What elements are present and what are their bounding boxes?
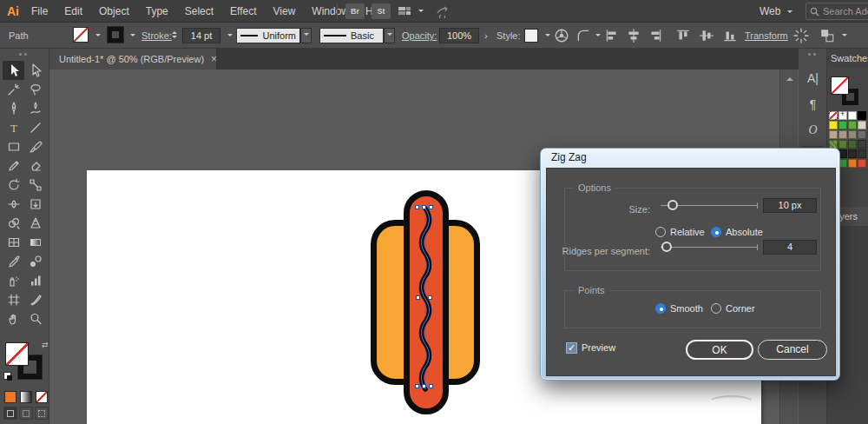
anchor-point[interactable] (429, 205, 433, 209)
swatch[interactable] (848, 149, 857, 158)
swatch[interactable] (838, 140, 847, 149)
ridges-slider[interactable] (661, 242, 758, 253)
chevron-down-icon[interactable] (787, 10, 792, 16)
fill-color-swatch[interactable] (73, 27, 89, 43)
rectangle-tool[interactable] (3, 137, 24, 156)
opacity-panel-link[interactable]: Opacity: (402, 30, 437, 41)
pen-tool[interactable] (3, 99, 24, 118)
line-segment-tool[interactable] (24, 118, 46, 137)
size-slider[interactable] (661, 200, 758, 211)
width-tool[interactable] (3, 195, 24, 214)
swatch-none[interactable] (829, 111, 838, 120)
swatch[interactable] (829, 121, 838, 129)
anchor-point[interactable] (428, 295, 432, 300)
anchor-point[interactable] (429, 384, 433, 388)
absolute-radio[interactable] (711, 227, 721, 237)
stroke-weight-field[interactable]: 14 pt (182, 28, 220, 43)
draw-normal-mode[interactable] (3, 407, 17, 420)
align-right-icon[interactable] (648, 28, 663, 43)
smooth-radio[interactable] (655, 303, 666, 314)
chevron-down-icon[interactable] (418, 10, 424, 15)
width-profile-dropdown[interactable]: Uniform (236, 28, 300, 43)
search-input[interactable]: Search Adob (806, 3, 868, 20)
swatch[interactable] (838, 130, 847, 139)
transform-panel-link[interactable]: Transform (745, 30, 788, 41)
color-button[interactable] (4, 391, 16, 403)
ok-button[interactable]: OK (686, 340, 753, 360)
perspective-grid-tool[interactable] (24, 214, 46, 233)
ridges-slider-thumb[interactable] (661, 242, 672, 252)
anchor-point[interactable] (422, 384, 426, 388)
selection-tool[interactable] (3, 61, 24, 80)
gradient-button[interactable] (20, 391, 32, 403)
ridges-value-field[interactable]: 4 (763, 240, 817, 255)
default-fill-stroke-icon[interactable] (3, 372, 11, 380)
corner-radio-label[interactable]: Corner (726, 303, 755, 314)
opacity-field[interactable]: 100% (439, 28, 479, 43)
zigzag-path[interactable] (398, 200, 453, 398)
brush-definition-dropdown[interactable]: Basic (319, 28, 384, 43)
swatch[interactable] (858, 130, 866, 139)
anchor-point[interactable] (416, 295, 420, 300)
menu-effect[interactable]: Effect (230, 5, 256, 17)
size-value-field[interactable]: 10 px (763, 198, 817, 213)
swatch[interactable] (858, 140, 866, 149)
anchor-point[interactable] (415, 205, 419, 209)
gradient-tool[interactable] (24, 233, 46, 252)
corner-radio[interactable] (711, 303, 721, 314)
swatch[interactable] (858, 159, 866, 168)
stroke-color-swatch[interactable] (108, 27, 123, 43)
menu-object[interactable]: Object (99, 5, 129, 17)
chevron-down-icon[interactable] (842, 34, 847, 39)
zoom-tool[interactable] (24, 309, 46, 328)
menu-view[interactable]: View (273, 5, 296, 17)
close-tab-icon[interactable]: × (211, 53, 217, 65)
anchor-point[interactable] (415, 384, 419, 388)
size-slider-thumb[interactable] (667, 200, 678, 210)
align-center-horizontal-icon[interactable] (626, 28, 641, 43)
slice-tool[interactable] (24, 290, 46, 309)
chevron-down-icon[interactable] (95, 34, 101, 39)
paintbrush-tool[interactable] (24, 137, 46, 156)
absolute-radio-label[interactable]: Absolute (726, 227, 763, 237)
brush-definition-chevron[interactable] (384, 28, 395, 43)
preview-checkbox[interactable] (566, 342, 577, 354)
share-icon[interactable] (436, 4, 450, 22)
direct-selection-tool[interactable] (24, 61, 46, 80)
panel-grip[interactable] (808, 53, 811, 56)
opentype-panel-icon[interactable]: O (799, 123, 827, 137)
bridge-button[interactable]: Br (345, 3, 365, 19)
align-left-icon[interactable] (604, 28, 620, 43)
stroke-weight-stepper[interactable] (172, 29, 177, 41)
swatch[interactable] (848, 159, 857, 168)
swatch[interactable] (848, 121, 857, 129)
rotate-tool[interactable] (3, 176, 24, 195)
swatch[interactable] (848, 130, 857, 139)
menu-type[interactable]: Type (146, 5, 168, 17)
menu-window[interactable]: Window (312, 5, 349, 17)
shaper-tool[interactable] (3, 156, 24, 176)
swatch[interactable] (858, 121, 866, 129)
align-top-icon[interactable] (675, 28, 691, 43)
menu-select[interactable]: Select (185, 5, 214, 17)
lasso-tool[interactable] (24, 80, 46, 99)
magic-wand-tool[interactable] (3, 80, 24, 99)
relative-radio-label[interactable]: Relative (670, 227, 705, 237)
swatch[interactable] (858, 149, 866, 158)
swatch[interactable] (838, 121, 847, 129)
chevron-down-icon[interactable] (545, 34, 550, 39)
corner-options-icon[interactable] (575, 28, 591, 43)
curvature-tool[interactable] (24, 99, 46, 118)
graphic-style-swatch[interactable] (524, 29, 538, 43)
scroll-up-icon[interactable] (786, 74, 793, 81)
swatches-panel-tab[interactable]: Swatches (827, 49, 868, 68)
type-tool[interactable]: T (3, 118, 24, 137)
column-graph-tool[interactable] (24, 271, 46, 290)
smooth-radio-label[interactable]: Smooth (670, 303, 703, 314)
symbol-sprayer-tool[interactable] (3, 271, 24, 290)
opacity-more-icon[interactable]: › (484, 30, 488, 41)
fill-proxy-swatch[interactable] (5, 342, 29, 366)
hand-tool[interactable] (3, 309, 24, 328)
relative-radio[interactable] (655, 227, 666, 237)
swatch[interactable] (829, 130, 838, 139)
